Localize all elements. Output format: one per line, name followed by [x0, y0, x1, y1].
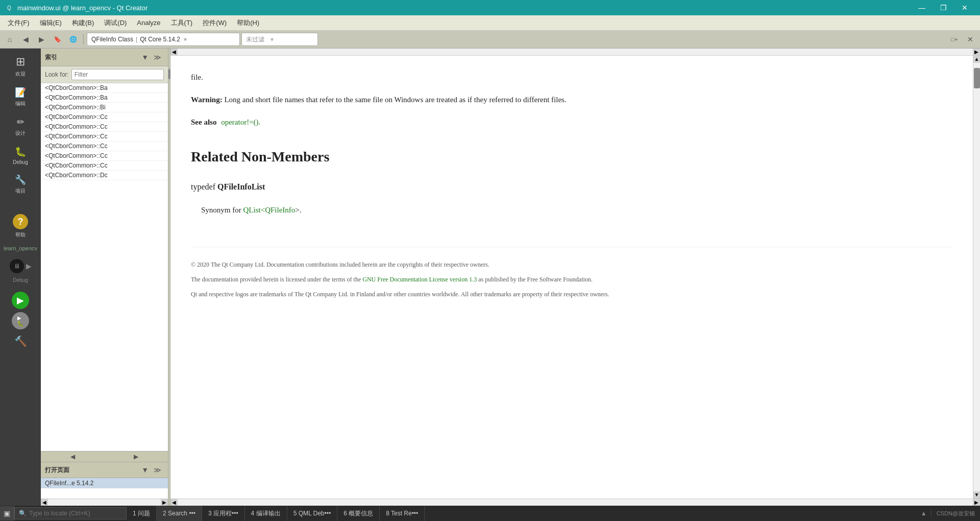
menu-help[interactable]: 帮助(H) — [232, 16, 264, 30]
see-also-paragraph: See also operator!=(). — [191, 116, 952, 128]
hscroll-right-btn2[interactable]: ▶ — [973, 499, 980, 506]
hscroll-left-btn[interactable]: ◀ — [170, 49, 178, 55]
scroll-right-btn[interactable]: ▶ — [105, 452, 168, 462]
sidebar-item-debug[interactable]: 🐛 Debug — [2, 142, 40, 169]
scroll-up-btn[interactable]: ▲ — [973, 56, 980, 63]
sidebar-icons: ⊞ 欢迎 📝 编辑 ✏ 设计 🐛 Debug 🔧 项目 ? 帮助 learn_o… — [0, 49, 41, 506]
index-item[interactable]: <QtCborCommon>::Cc — [41, 151, 168, 161]
synonym-link-qfileinfo[interactable]: QFileInfo — [265, 206, 295, 214]
open-pages-dropdown[interactable]: ▼ — [139, 465, 151, 475]
index-list[interactable]: <QtCborCommon>::Ba <QtCborCommon>::Ba <Q… — [41, 83, 168, 451]
scroll-left-arrow[interactable]: ◀ — [41, 499, 48, 506]
statusbar: ▣ 🔍 1 问题 2 Search ••• 3 应用程••• 4 编译输出 5 … — [0, 506, 980, 521]
bookmark-button[interactable]: 🔖 — [50, 33, 64, 46]
sidebar-item-label: 编辑 — [15, 100, 26, 107]
locate-input[interactable] — [29, 510, 121, 517]
tab-search[interactable]: 2 Search ••• — [157, 506, 202, 521]
index-item[interactable]: <QtCborCommon>::Dc — [41, 171, 168, 180]
maximize-button[interactable]: ❐ — [933, 0, 953, 15]
home-button[interactable]: ⌂ — [3, 33, 17, 46]
menubar: 文件(F) 编辑(E) 构建(B) 调试(D) Analyze 工具(T) 控件… — [0, 15, 980, 31]
sidebar-item-help[interactable]: ? 帮助 — [2, 210, 40, 243]
statusbar-dropdown[interactable]: ▲ — [917, 510, 931, 517]
sidebar-item-design[interactable]: ✏ 设计 — [2, 112, 40, 141]
menu-analyze[interactable]: Analyze — [132, 17, 165, 29]
forward-button[interactable]: ▶ — [34, 33, 48, 46]
menu-tools[interactable]: 工具(T) — [166, 16, 198, 30]
index-item[interactable]: <QtCborCommon>::Cc — [41, 132, 168, 141]
scroll-left-btn[interactable]: ◀ — [41, 452, 105, 462]
filter-box[interactable]: 未过滤 ▼ — [241, 33, 318, 46]
globe-button[interactable]: 🌐 — [66, 33, 80, 46]
warning-paragraph: Warning: Long and short file names that … — [191, 93, 952, 106]
tab-apps[interactable]: 3 应用程••• — [202, 506, 245, 521]
minimize-button[interactable]: — — [912, 0, 932, 15]
index-item[interactable]: <QtCborCommon>::Cc — [41, 112, 168, 122]
menu-build[interactable]: 构建(B) — [67, 16, 99, 30]
menu-controls[interactable]: 控件(W) — [198, 16, 232, 30]
index-item[interactable]: <QtCborCommon>::Bi — [41, 103, 168, 112]
index-dropdown[interactable]: ▼ — [139, 52, 151, 62]
hscroll-left-btn2[interactable]: ◀ — [170, 499, 178, 506]
footer: © 2020 The Qt Company Ltd. Documentation… — [191, 247, 952, 300]
sidebar-item-welcome[interactable]: ⊞ 欢迎 — [2, 51, 40, 82]
index-item[interactable]: <QtCborCommon>::Ba — [41, 93, 168, 103]
build-button[interactable]: 🔨 — [12, 333, 29, 350]
right-scrollbar[interactable]: ▲ ▼ — [973, 56, 980, 499]
hscroll-right-btn[interactable]: ▶ — [973, 49, 980, 55]
scroll-track — [48, 499, 161, 506]
design-icon: ✏ — [17, 116, 24, 128]
breadcrumb-dropdown-icon: ▼ — [183, 37, 188, 42]
see-also-link[interactable]: operator!=(). — [221, 118, 260, 126]
tab-issues[interactable]: 1 问题 — [127, 506, 157, 521]
index-item[interactable]: <QtCborCommon>::Cc — [41, 122, 168, 132]
debug-label: Debug — [13, 277, 28, 283]
statusbar-tabs: 1 问题 2 Search ••• 3 应用程••• 4 编译输出 5 QML … — [127, 506, 917, 521]
breadcrumb[interactable]: QFileInfo Class | Qt Core 5.14.2 ▼ — [87, 33, 240, 46]
menu-file[interactable]: 文件(F) — [3, 16, 35, 30]
index-item[interactable]: <QtCborCommon>::Ba — [41, 83, 168, 93]
tab-compile[interactable]: 4 编译输出 — [245, 506, 287, 521]
hscroll-track — [178, 49, 973, 55]
help-icon: ? — [13, 214, 28, 229]
footer-license-link[interactable]: GNU Free Documentation License version 1… — [362, 276, 477, 283]
terminal-button[interactable]: ▣ — [0, 506, 14, 520]
zoom-button[interactable]: □+ — [947, 33, 962, 46]
sidebar-item-label: Debug — [13, 159, 28, 165]
index-item[interactable]: <QtCborCommon>::Cc — [41, 161, 168, 171]
index-scroll-arrows: ◀ ▶ — [41, 451, 168, 462]
tab-qml-debug[interactable]: 5 QML Deb••• — [287, 506, 338, 521]
scroll-down-btn[interactable]: ▼ — [973, 491, 980, 499]
filter-input[interactable] — [71, 69, 164, 80]
filter-label: Look for: — [45, 71, 69, 78]
index-expand[interactable]: ≫ — [151, 52, 164, 62]
scroll-right-arrow[interactable]: ▶ — [161, 499, 168, 506]
bottom-hscroll: ◀ ▶ — [170, 499, 980, 506]
run-button[interactable]: ▶ — [12, 292, 29, 309]
footer-line1: © 2020 The Qt Company Ltd. Documentation… — [191, 260, 952, 270]
back-button[interactable]: ◀ — [18, 33, 33, 46]
sidebar-item-edit[interactable]: 📝 编辑 — [2, 83, 40, 111]
filter-row: Look for: — [41, 66, 168, 83]
menu-edit[interactable]: 编辑(E) — [35, 16, 67, 30]
run-debug-button[interactable]: 🖥 — [10, 259, 24, 273]
synonym-link-qlist[interactable]: QList< — [243, 206, 265, 214]
typedef-name: QFileInfoList — [217, 182, 265, 191]
menu-debug[interactable]: 调试(D) — [99, 16, 132, 30]
index-item[interactable]: <QtCborCommon>::Cc — [41, 141, 168, 151]
sidebar-item-project[interactable]: 🔧 项目 — [2, 170, 40, 199]
scroll-track — [973, 63, 980, 491]
tab-overview[interactable]: 6 概要信息 — [337, 506, 380, 521]
open-page-item[interactable]: QFileInf...e 5.14.2 — [41, 478, 168, 488]
close-doc-button[interactable]: ✕ — [963, 33, 977, 46]
toolbar-right: □+ ✕ — [947, 33, 977, 46]
separator-1 — [83, 34, 84, 44]
open-pages-expand[interactable]: ≫ — [151, 465, 164, 475]
close-button[interactable]: ✕ — [954, 0, 975, 15]
locate-input-wrapper[interactable]: 🔍 — [14, 507, 127, 519]
sidebar-item-label: 项目 — [15, 187, 26, 195]
debug-monitor-icon: 🖥 — [14, 263, 20, 270]
tab-test[interactable]: 8 Test Re••• — [380, 506, 425, 521]
hscroll-track2 — [178, 499, 973, 506]
debug-run-button[interactable]: ▶🐛 — [12, 312, 29, 329]
